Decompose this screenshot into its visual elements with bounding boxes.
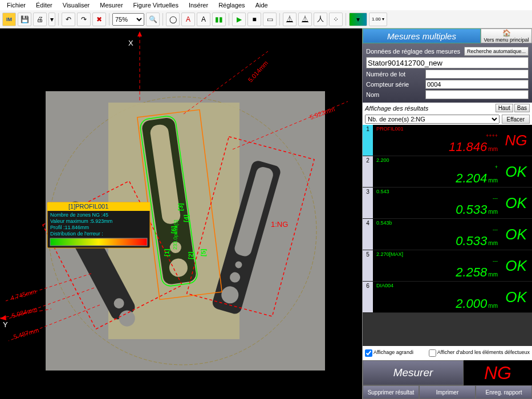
result-label: 0.543	[376, 189, 498, 194]
result-label: 2.270[MAX]	[376, 251, 498, 257]
result-value: 0.533	[456, 202, 487, 217]
result-index: 5	[363, 250, 373, 281]
print-button[interactable]: Imprimer	[419, 385, 476, 399]
result-status: NG	[500, 125, 532, 156]
result-index: 3	[363, 188, 373, 218]
save-report-button[interactable]: Enreg. rapport	[476, 385, 532, 399]
svg-text:[1]: [1]	[163, 249, 170, 256]
results-list: 1 PROFIL001 ++++ 11.846mm NG 2 2.200 + 2…	[363, 125, 532, 346]
redo-icon[interactable]: ↷	[77, 13, 91, 26]
toolbar: IM 💾 🖨 ▾ ↶ ↷ ✖ 75% 🔍 ◯ A A ▮▮ ▶ ■ ▭ ⏅ ⏅ …	[0, 10, 532, 28]
lot-input[interactable]	[425, 70, 529, 79]
result-row[interactable]: 4 0.543b --- 0.533mm OK	[363, 219, 532, 250]
tool-barcode-icon[interactable]: ▮▮	[212, 13, 226, 26]
result-row[interactable]: 2 2.200 + 2.204mm OK	[363, 156, 532, 188]
tool-text-b-icon[interactable]: A	[197, 13, 210, 26]
result-row[interactable]: 1 PROFIL001 ++++ 11.846mm NG	[363, 125, 532, 156]
menu-bar: FichierÉditerVisualiserMesurerFigure Vir…	[0, 0, 532, 10]
result-label: 2.200	[376, 157, 498, 163]
result-index: 2	[363, 156, 373, 187]
svg-text:[3]: [3]	[177, 203, 184, 211]
menu-mesurer[interactable]: Mesurer	[95, 1, 127, 10]
menu-figure virtuelles[interactable]: Figure Virtuelles	[129, 1, 183, 10]
delete-icon[interactable]: ✖	[92, 13, 106, 26]
svg-text:5.084mm: 5.084mm	[11, 306, 38, 319]
result-value: 0.533	[456, 234, 487, 249]
menu-insérer[interactable]: Insérer	[184, 1, 213, 10]
zoom-fit-icon[interactable]: 🔍	[146, 13, 160, 26]
menu-éditer[interactable]: Éditer	[31, 1, 57, 10]
auto-search-button[interactable]: Recherche automatique...	[464, 47, 529, 56]
result-status: OK	[500, 250, 532, 281]
result-status: OK	[500, 188, 532, 218]
save-icon[interactable]: 💾	[18, 13, 31, 26]
info-popup: [1]PROFIL001 Nombre de zones NG :45 Vale…	[47, 202, 150, 248]
svg-text:X: X	[128, 39, 133, 47]
tool-outline-icon[interactable]: ◯	[166, 13, 180, 26]
tree-icon[interactable]: ⏅	[283, 13, 297, 26]
check-defects-first[interactable]: Afficher d'abord les éléments défectueux	[429, 349, 530, 357]
serial-input[interactable]	[425, 80, 529, 89]
dropdown-icon[interactable]: ▾	[48, 13, 55, 26]
nom-input[interactable]	[425, 90, 529, 99]
tree3-icon[interactable]: 人	[314, 13, 327, 26]
svg-marker-20	[137, 31, 142, 36]
effacer-button[interactable]: Effacer	[502, 115, 530, 124]
right-panel: Mesures multiples 🏠Vers menu principal D…	[362, 28, 532, 399]
play-icon[interactable]: ▶	[232, 13, 246, 26]
delete-result-button[interactable]: Supprimer résultat	[363, 385, 419, 399]
result-row[interactable]: 6 DIA004 2.000mm OK	[363, 282, 532, 313]
print-icon[interactable]: 🖨	[33, 13, 47, 26]
svg-text:233.0pmm[5]: 233.0pmm[5]	[172, 219, 179, 250]
svg-text:Profil :11.846mm: Profil :11.846mm	[50, 225, 89, 230]
result-label: PROFIL001	[376, 126, 498, 132]
svg-text:[2]: [2]	[187, 251, 194, 259]
settings-section: Données de réglage des mesures Recherche…	[363, 43, 532, 103]
svg-text:5.487mm: 5.487mm	[13, 327, 39, 340]
global-status: NG	[464, 360, 532, 385]
result-row[interactable]: 3 0.543 --- 0.533mm OK	[363, 188, 532, 219]
color-icon[interactable]: ▾	[349, 13, 367, 26]
rect-icon[interactable]: ▭	[263, 13, 277, 26]
home-button[interactable]: 🏠Vers menu principal	[481, 28, 532, 43]
grid-icon[interactable]: ⁘	[329, 13, 343, 26]
tool-text-a-icon[interactable]: A	[181, 13, 195, 26]
zoom-select[interactable]: 75%	[112, 13, 144, 26]
svg-text:Distribution de l'erreur :: Distribution de l'erreur :	[50, 231, 103, 237]
svg-text:[4]: [4]	[182, 214, 189, 222]
undo-icon[interactable]: ↶	[62, 13, 75, 26]
menu-aide[interactable]: Aide	[251, 1, 273, 10]
home-icon: 🏠	[502, 29, 511, 37]
haut-button[interactable]: Haut	[496, 104, 513, 112]
result-row[interactable]: 5 2.270[MAX] --- 2.258mm OK	[363, 250, 532, 282]
menu-réglages[interactable]: Réglages	[214, 1, 249, 10]
result-value: 11.846	[449, 140, 487, 154]
program-name-input[interactable]	[366, 57, 529, 68]
menu-fichier[interactable]: Fichier	[2, 1, 30, 10]
svg-text:5.014mm: 5.014mm	[247, 59, 270, 83]
result-status: OK	[500, 219, 532, 250]
svg-text:Nombre de zones NG :45: Nombre de zones NG :45	[50, 212, 108, 218]
line-style-icon[interactable]: 1.00 ▾	[369, 13, 387, 26]
result-status: OK	[500, 156, 532, 187]
svg-text:[5]: [5]	[200, 249, 206, 256]
zone-select[interactable]: Nb. de zone(s) 2:NG	[365, 115, 499, 124]
bas-button[interactable]: Bas	[514, 104, 530, 112]
results-title: Affichage des résultats	[365, 105, 494, 112]
tree2-icon[interactable]: ⏅	[298, 13, 312, 26]
result-status: OK	[500, 282, 532, 312]
svg-text:1:NG: 1:NG	[271, 220, 288, 229]
svg-text:[1]PROFIL001: [1]PROFIL001	[68, 203, 108, 210]
stop-icon[interactable]: ■	[247, 13, 261, 26]
result-index: 1	[363, 125, 373, 156]
menu-visualiser[interactable]: Visualiser	[58, 1, 95, 10]
svg-text:Valeur maximum :5.923mm: Valeur maximum :5.923mm	[50, 218, 112, 224]
measurement-viewport[interactable]: X Y 5.014mm 5.923mm 4.745mm 5.084mm 5.48…	[0, 28, 362, 399]
svg-rect-50	[50, 238, 147, 246]
icon-btn-logo[interactable]: IM	[2, 13, 16, 26]
measure-button[interactable]: Mesurer	[363, 360, 464, 385]
check-enlarged[interactable]: Affichage agrandi	[365, 349, 413, 357]
svg-text:Y: Y	[3, 320, 8, 329]
result-index: 4	[363, 219, 373, 250]
result-value: 2.258	[456, 265, 487, 280]
